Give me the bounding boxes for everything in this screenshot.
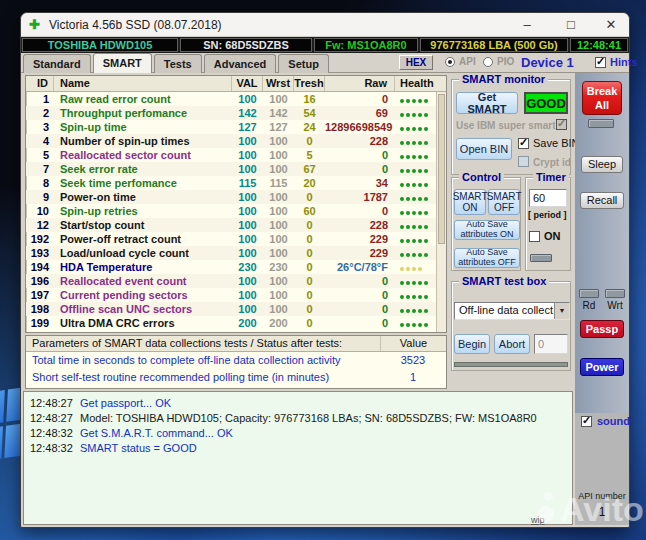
- param-label: Total time in seconds to complete off-li…: [26, 352, 380, 369]
- column-header-val[interactable]: VAL: [232, 76, 263, 91]
- log-line: 12:48:27Model: TOSHIBA HDWD105; Capacity…: [30, 411, 572, 426]
- table-body: 1Raw read error count1001001602Throughpu…: [26, 92, 446, 330]
- smart-attribute-row[interactable]: 198Offline scan UNC sectors10010000: [26, 302, 446, 316]
- column-header-tresh[interactable]: Tresh: [294, 76, 325, 91]
- save-bin-label: Save BIN: [533, 137, 579, 149]
- begin-button[interactable]: Begin: [454, 334, 490, 354]
- recall-button[interactable]: Recall: [580, 192, 624, 209]
- get-smart-button[interactable]: Get SMART: [456, 92, 518, 114]
- test-type-dropdown[interactable]: Off-line data collect ▼: [454, 302, 570, 320]
- log-line: 12:48:32Get S.M.A.R.T. command... OK: [30, 426, 572, 441]
- smart-params-panel: Parameters of SMART data collections tes…: [25, 335, 447, 389]
- pio-radio-label: PIO: [497, 56, 514, 67]
- read-led: [579, 289, 599, 298]
- smart-attribute-row[interactable]: 1Raw read error count100100160: [26, 92, 446, 106]
- log-line: 12:48:27Get passport... OK: [30, 396, 572, 411]
- timer-on-checkbox[interactable]: [529, 231, 540, 242]
- sound-label: sound: [597, 415, 630, 427]
- test-count-field[interactable]: 0: [534, 334, 568, 354]
- ibm-smart-checkbox[interactable]: [556, 119, 567, 130]
- column-header-raw[interactable]: Raw: [325, 76, 395, 91]
- test-progress-bar: [454, 362, 568, 367]
- ibm-smart-label: Use IBM super smart:: [456, 120, 559, 131]
- tab-setup[interactable]: Setup: [278, 54, 329, 73]
- smart-attribute-row[interactable]: 7Seek error rate100100670: [26, 162, 446, 176]
- tab-tests[interactable]: Tests: [154, 54, 202, 73]
- smart-attribute-row[interactable]: 4Number of spin-up times1001000228: [26, 134, 446, 148]
- smart-test-box-title: SMART test box: [459, 275, 549, 287]
- param-value: 3523: [380, 352, 446, 369]
- smart-attributes-table: IDNameVALWrstTreshRawHealth 1Raw read er…: [25, 75, 447, 333]
- dropdown-arrow-icon[interactable]: ▼: [554, 303, 569, 319]
- passport-button[interactable]: Passp: [580, 320, 624, 338]
- smart-attribute-row[interactable]: 2Throughput perfomance1421425469: [26, 106, 446, 120]
- save-bin-checkbox[interactable]: [518, 138, 529, 149]
- smart-attribute-row[interactable]: 9Power-on time10010001787: [26, 190, 446, 204]
- drive-info-bar: TOSHIBA HDWD105 SN: 68D5SDZBS Fw: MS1OA8…: [21, 37, 629, 53]
- smart-attribute-row[interactable]: 8Seek time perfomance1151152034: [26, 176, 446, 190]
- table-scrollbar[interactable]: [436, 92, 446, 332]
- drive-capacity: 976773168 LBA (500 Gb): [420, 38, 568, 52]
- break-all-button[interactable]: Break All: [582, 81, 622, 115]
- drive-firmware: Fw: MS1OA8R0: [314, 38, 418, 52]
- autosave-off-button[interactable]: Auto Save attributes OFF: [454, 248, 520, 268]
- close-button[interactable]: ✕: [597, 13, 625, 37]
- window-title: Victoria 4.56b SSD (08.07.2018): [49, 18, 222, 32]
- tab-standard[interactable]: Standard: [23, 54, 91, 73]
- smart-off-button[interactable]: SMART OFF: [488, 189, 520, 215]
- control-title: Control: [459, 171, 504, 183]
- api-radio[interactable]: [445, 57, 455, 67]
- minimize-button[interactable]: –: [513, 13, 541, 37]
- autosave-on-button[interactable]: Auto Save attributes ON: [454, 220, 520, 240]
- hints-checkbox[interactable]: [595, 57, 606, 68]
- smart-attribute-row[interactable]: 3Spin-up time1271272412896698549: [26, 120, 446, 134]
- busy-led: [588, 119, 614, 128]
- timer-period-input[interactable]: 60: [529, 189, 567, 207]
- log-panel: 12:48:27Get passport... OK12:48:27Model:…: [23, 391, 573, 525]
- pio-radio[interactable]: [483, 57, 493, 67]
- tab-bar: StandardSMARTTestsAdvancedSetup HEX API …: [21, 53, 629, 73]
- timer-led: [530, 254, 552, 262]
- smart-attribute-row[interactable]: 197Current pending sectors10010000: [26, 288, 446, 302]
- smart-attribute-row[interactable]: 192Power-off retract count1001000229: [26, 232, 446, 246]
- smart-attribute-row[interactable]: 10Spin-up retries100100600: [26, 204, 446, 218]
- smart-attribute-row[interactable]: 194HDA Temperature230230026°C/78°F: [26, 260, 446, 274]
- open-bin-button[interactable]: Open BIN: [456, 138, 512, 160]
- smart-on-button[interactable]: SMART ON: [454, 189, 486, 215]
- smart-attribute-row[interactable]: 193Load/unload cycle count1001000229: [26, 246, 446, 260]
- column-header-health[interactable]: Health: [395, 76, 436, 91]
- smart-monitor-group: SMART monitor Get SMART GOOD Use IBM sup…: [451, 79, 571, 175]
- log-line: 12:48:32SMART status = GOOD: [30, 441, 572, 456]
- column-header-name[interactable]: Name: [54, 76, 232, 91]
- api-radio-label: API: [459, 56, 476, 67]
- sound-toggle[interactable]: sound: [581, 415, 630, 427]
- crypt-id-checkbox[interactable]: [518, 156, 529, 167]
- param-value: 1: [380, 369, 446, 386]
- scrollbar-thumb[interactable]: [438, 94, 445, 244]
- hints-toggle[interactable]: Hints: [595, 56, 638, 68]
- api-number-label: API number: [575, 491, 629, 501]
- abort-button[interactable]: Abort: [494, 334, 530, 354]
- timer-title: Timer: [533, 171, 569, 183]
- smart-attribute-row[interactable]: 196Reallocated event count10010000: [26, 274, 446, 288]
- smart-attribute-row[interactable]: 5Reallocated sector count10010050: [26, 148, 446, 162]
- power-button[interactable]: Power: [580, 358, 624, 376]
- hex-button[interactable]: HEX: [399, 55, 433, 70]
- hints-label: Hints: [610, 56, 638, 68]
- victoria-window: ✚ Victoria 4.56b SSD (08.07.2018) – □ ✕ …: [20, 12, 630, 528]
- sleep-button[interactable]: Sleep: [581, 156, 623, 173]
- params-header-value: Value: [380, 336, 446, 351]
- smart-attribute-row[interactable]: 199Ultra DMA CRC errors20020000: [26, 316, 446, 330]
- tab-smart[interactable]: SMART: [93, 53, 152, 73]
- timer-group: Timer 60 [ period ] ON: [525, 177, 571, 271]
- smart-attribute-row[interactable]: 12Start/stop count1001000228: [26, 218, 446, 232]
- app-icon: ✚: [29, 17, 40, 32]
- column-header-wrst[interactable]: Wrst: [263, 76, 294, 91]
- maximize-button[interactable]: □: [557, 13, 585, 37]
- column-header-id[interactable]: ID: [26, 76, 54, 91]
- tab-advanced[interactable]: Advanced: [204, 54, 277, 73]
- wip-link[interactable]: wip: [531, 515, 545, 525]
- sound-checkbox[interactable]: [581, 416, 592, 427]
- params-row: Total time in seconds to complete off-li…: [26, 352, 446, 369]
- drive-model: TOSHIBA HDWD105: [22, 38, 178, 52]
